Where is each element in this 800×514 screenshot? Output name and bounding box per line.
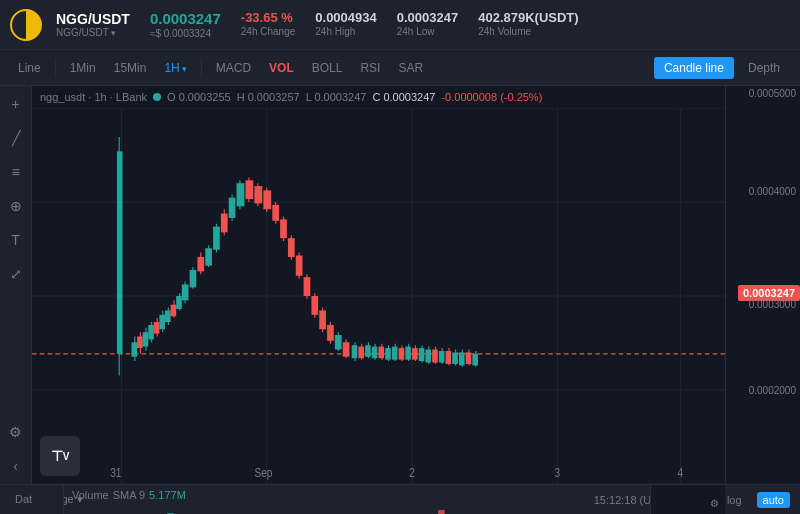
- svg-rect-27: [165, 310, 171, 322]
- svg-rect-31: [176, 296, 182, 309]
- vol-axis-settings[interactable]: ⚙: [710, 498, 719, 509]
- line-button[interactable]: Line: [10, 57, 49, 79]
- ohlc-indicator-dot: [153, 93, 161, 101]
- svg-rect-97: [425, 350, 431, 363]
- svg-text:4: 4: [677, 464, 683, 479]
- svg-rect-37: [197, 257, 204, 271]
- svg-text:3: 3: [555, 464, 561, 479]
- volume-stat: 402.879K(USDT) 24h Volume: [478, 10, 578, 39]
- toolbar-divider2: [201, 58, 202, 78]
- macd-button[interactable]: MACD: [208, 57, 259, 79]
- low-value: L 0.0003247: [306, 91, 367, 103]
- svg-rect-101: [439, 351, 445, 363]
- svg-rect-11: [117, 151, 123, 353]
- vol-button[interactable]: VOL: [261, 57, 302, 79]
- chart-area-wrapper: ngg_usdt · 1h · LBank O 0.0003255 H 0.00…: [32, 86, 800, 484]
- svg-rect-109: [466, 352, 472, 364]
- price-label-4: 0.0004000: [749, 186, 796, 197]
- low-value: 0.0003247: [397, 10, 458, 25]
- svg-rect-47: [237, 183, 245, 206]
- log-button[interactable]: log: [722, 492, 747, 508]
- svg-rect-17: [137, 336, 143, 348]
- measure-icon[interactable]: ⤢: [6, 264, 26, 284]
- magnet-icon[interactable]: ⊕: [6, 196, 26, 216]
- svg-rect-21: [148, 325, 154, 339]
- header-stats: 0.0003247 ≈$ 0.0003324 -33.65 % 24h Chan…: [150, 10, 579, 39]
- chart-container: + ╱ ≡ ⊕ T ⤢ ⚙ ‹ ngg_usdt · 1h · LBank O …: [0, 86, 800, 484]
- svg-rect-73: [343, 342, 350, 356]
- close-value: C 0.0003247: [372, 91, 435, 103]
- svg-rect-87: [392, 347, 398, 360]
- price-label-2: 0.0002000: [749, 385, 796, 396]
- open-value: O 0.0003255: [167, 91, 231, 103]
- candle-line-button[interactable]: Candle line: [654, 57, 734, 79]
- volume-svg: [64, 505, 650, 514]
- candle-chart-area[interactable]: 31 Sep 2 3 4: [32, 108, 725, 484]
- svg-rect-33: [182, 284, 189, 300]
- price-stat: 0.0003247 ≈$ 0.0003324: [150, 10, 221, 39]
- settings-icon[interactable]: ⚙: [6, 422, 26, 442]
- svg-rect-93: [412, 348, 418, 360]
- volume-chart[interactable]: Volume SMA 9 5.177M: [64, 485, 650, 514]
- volume-sma-label: SMA 9: [113, 489, 145, 501]
- volume-sma-value: 5.177M: [149, 489, 186, 501]
- text-icon[interactable]: T: [6, 230, 26, 250]
- change-label: 24h Change: [241, 26, 296, 37]
- svg-rect-83: [379, 347, 385, 359]
- sar-button[interactable]: SAR: [390, 57, 431, 79]
- ohlc-change: -0.0000008 (-0.25%): [441, 91, 542, 103]
- high-value: H 0.0003257: [237, 91, 300, 103]
- svg-rect-89: [399, 348, 405, 360]
- boll-button[interactable]: BOLL: [304, 57, 351, 79]
- svg-rect-167: [438, 510, 444, 514]
- tf-15min-button[interactable]: 15Min: [106, 57, 155, 79]
- svg-rect-29: [171, 305, 177, 317]
- svg-rect-75: [352, 345, 358, 358]
- svg-rect-53: [263, 190, 271, 209]
- tf-1h-button[interactable]: 1H▾: [156, 57, 194, 79]
- collapse-icon[interactable]: ‹: [6, 456, 26, 476]
- toolbar-divider: [55, 58, 56, 78]
- rsi-button[interactable]: RSI: [352, 57, 388, 79]
- svg-rect-69: [327, 325, 334, 341]
- pair-dropdown-arrow: ▾: [111, 28, 116, 38]
- pair-name: NGG/USDT: [56, 11, 130, 27]
- svg-text:2: 2: [409, 464, 415, 479]
- svg-text:31: 31: [110, 464, 121, 479]
- exchange-logo: [10, 9, 42, 41]
- toolbar: Line 1Min 15Min 1H▾ MACD VOL BOLL RSI SA…: [0, 50, 800, 86]
- tf-dropdown-arrow: ▾: [182, 64, 187, 74]
- volume-info: Volume SMA 9 5.177M: [64, 485, 650, 505]
- pair-sub[interactable]: NGG/USDT ▾: [56, 27, 130, 38]
- svg-rect-35: [190, 270, 197, 287]
- header: NGG/USDT NGG/USDT ▾ 0.0003247 ≈$ 0.00033…: [0, 0, 800, 50]
- volume-axis: ⚙ 80M 40M: [650, 485, 725, 514]
- line-draw-icon[interactable]: ╱: [6, 128, 26, 148]
- svg-rect-71: [335, 335, 342, 349]
- svg-rect-41: [213, 227, 220, 250]
- svg-rect-103: [446, 351, 452, 364]
- svg-rect-81: [372, 347, 378, 359]
- svg-rect-43: [221, 214, 228, 233]
- svg-rect-49: [245, 180, 253, 199]
- svg-rect-99: [432, 350, 438, 363]
- horizontal-line-icon[interactable]: ≡: [6, 162, 26, 182]
- svg-rect-57: [280, 219, 287, 238]
- volume-label: Volume: [72, 489, 109, 501]
- cursor-icon[interactable]: +: [6, 94, 26, 114]
- depth-button[interactable]: Depth: [738, 57, 790, 79]
- svg-rect-55: [272, 205, 279, 221]
- svg-rect-91: [405, 347, 411, 360]
- svg-rect-107: [459, 352, 465, 365]
- chart-info-bar: ngg_usdt · 1h · LBank O 0.0003255 H 0.00…: [32, 86, 725, 108]
- change-value: -33.65 %: [241, 10, 296, 25]
- candle-chart-svg: 31 Sep 2 3 4: [32, 108, 725, 484]
- svg-rect-111: [472, 354, 478, 366]
- tf-1min-button[interactable]: 1Min: [62, 57, 104, 79]
- svg-rect-39: [205, 248, 212, 265]
- svg-rect-19: [143, 332, 149, 346]
- svg-rect-77: [358, 347, 364, 359]
- auto-button[interactable]: auto: [757, 492, 790, 508]
- svg-rect-23: [154, 322, 160, 334]
- price-axis: 0.0005000 0.0004000 0.0003247 0.0003000 …: [725, 86, 800, 484]
